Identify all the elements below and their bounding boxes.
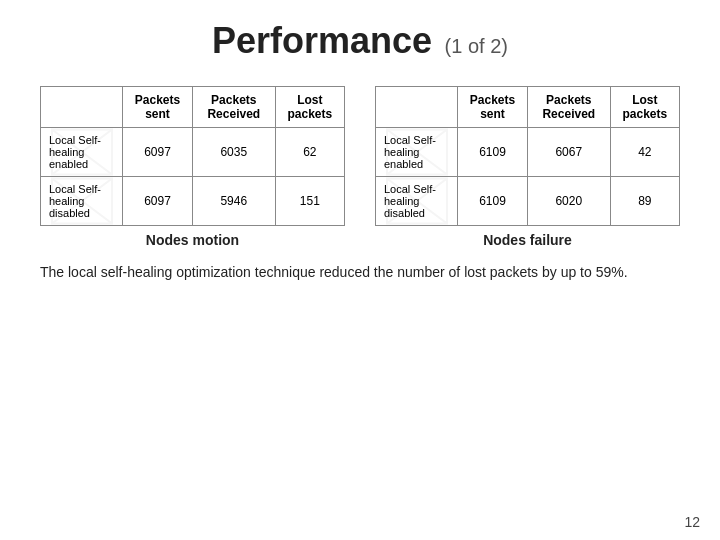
table-row: Local Self-healing enabled 6109 6067 42: [376, 128, 680, 177]
page-header: Performance (1 of 2): [40, 20, 680, 62]
right-col-packets-sent: Packets sent: [458, 87, 528, 128]
right-col-packets-received: Packets Received: [527, 87, 610, 128]
page-number: 12: [684, 514, 700, 530]
table-row: Local Self-healing disabled 6097 5946 15…: [41, 177, 345, 226]
right-row2-sent: 6109: [458, 177, 528, 226]
left-row2-label: Local Self-healing disabled: [41, 177, 123, 226]
table-row: Local Self-healing enabled 6097 6035 62: [41, 128, 345, 177]
left-row1-label: Local Self-healing enabled: [41, 128, 123, 177]
tables-row: Packets sent Packets Received Lost packe…: [40, 86, 680, 248]
right-row1-label: Local Self-healing enabled: [376, 128, 458, 177]
bottom-text: The local self-healing optimization tech…: [40, 262, 680, 283]
left-table-caption: Nodes motion: [40, 232, 345, 248]
right-row2-received: 6020: [527, 177, 610, 226]
right-row1-received: 6067: [527, 128, 610, 177]
left-row2-sent: 6097: [123, 177, 193, 226]
right-row2-label: Local Self-healing disabled: [376, 177, 458, 226]
right-col-empty: [376, 87, 458, 128]
right-row1-sent: 6109: [458, 128, 528, 177]
left-row1-lost: 62: [275, 128, 344, 177]
page-subtitle: (1 of 2): [445, 35, 508, 57]
right-table: Packets sent Packets Received Lost packe…: [375, 86, 680, 226]
right-table-section: Packets sent Packets Received Lost packe…: [375, 86, 680, 248]
right-row2-lost: 89: [610, 177, 679, 226]
page-title: Performance: [212, 20, 432, 61]
left-table-section: Packets sent Packets Received Lost packe…: [40, 86, 345, 248]
table-row: Local Self-healing disabled 6109 6020 89: [376, 177, 680, 226]
left-row1-sent: 6097: [123, 128, 193, 177]
left-col-lost-packets: Lost packets: [275, 87, 344, 128]
right-row1-lost: 42: [610, 128, 679, 177]
left-row2-received: 5946: [192, 177, 275, 226]
left-row1-received: 6035: [192, 128, 275, 177]
left-col-empty: [41, 87, 123, 128]
left-row2-lost: 151: [275, 177, 344, 226]
left-col-packets-received: Packets Received: [192, 87, 275, 128]
left-col-packets-sent: Packets sent: [123, 87, 193, 128]
right-col-lost-packets: Lost packets: [610, 87, 679, 128]
right-table-caption: Nodes failure: [375, 232, 680, 248]
page: Performance (1 of 2) Packets sent Packet…: [0, 0, 720, 540]
left-table: Packets sent Packets Received Lost packe…: [40, 86, 345, 226]
